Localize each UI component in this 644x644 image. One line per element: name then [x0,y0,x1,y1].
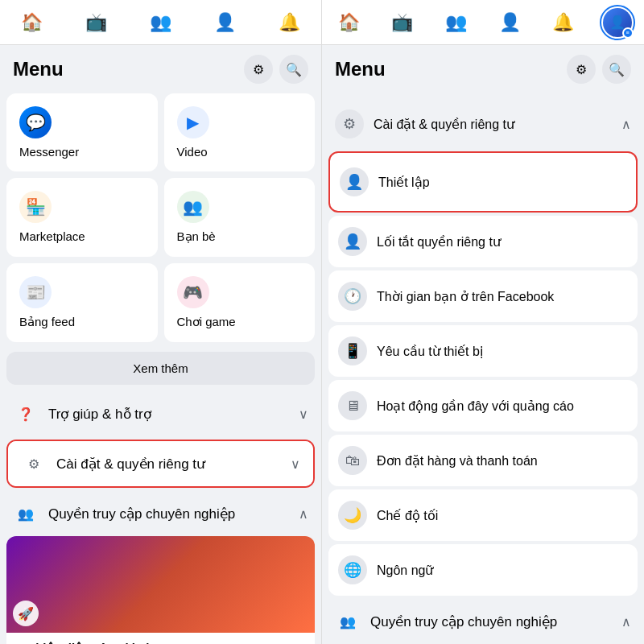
left-panel: Menu ⚙ 🔍 💬 Messenger ▶ Video 🏪 Marketpla… [0,45,322,644]
pro-card-badge-icon: 🚀 [13,601,39,626]
nav-friends-right[interactable]: 👥 [439,5,474,40]
right-menu-title: Menu [335,58,386,80]
help-icon: ❓ [13,401,39,427]
top-navigation: 🏠 📺 👥 👤 🔔 🏠 📺 👥 👤 🔔 👤 ≡ [0,0,644,45]
friends-label: Bạn bè [177,229,216,244]
settings-gear-icon: ⚙ [21,451,47,477]
right-settings-privacy-chevron-icon: ∧ [621,117,631,132]
ad-activity-item[interactable]: 🖥 Hoạt động gần đây với quảng cáo [328,380,638,431]
grid-item-messenger[interactable]: 💬 Messenger [6,93,158,171]
language-icon: 🌐 [338,555,367,584]
orders-label: Đơn đặt hàng và thanh toán [377,453,628,469]
right-menu-header: Menu ⚙ 🔍 [322,45,644,93]
marketplace-icon: 🏪 [19,191,52,223]
nav-bell-right[interactable]: 🔔 [546,5,581,40]
privacy-shortcut-item[interactable]: 👤 Lối tắt quyền riêng tư [328,216,638,267]
dark-mode-label: Chế độ tối [377,508,628,523]
avatar: 👤 ≡ [603,8,632,37]
pro-card-title: Sự hiện diện công khai [16,641,305,644]
help-label: Trợ giúp & hỗ trợ [48,406,289,423]
nav-left-half: 🏠 📺 👥 👤 🔔 [0,0,322,44]
right-settings-privacy-header[interactable]: ⚙ Cài đặt & quyền riêng tư ∧ [328,100,638,148]
left-menu-header: Menu ⚙ 🔍 [0,45,321,93]
grid-item-games[interactable]: 🎮 Chơi game [164,263,316,342]
right-menu-actions: ⚙ 🔍 [567,55,631,84]
orders-icon: 🛍 [338,446,367,475]
help-section-header[interactable]: ❓ Trợ giúp & hỗ trợ ∨ [0,391,321,436]
pro-access-header[interactable]: 👥 Quyền truy cập chuyên nghiệp ∧ [6,491,315,536]
grid-item-feed[interactable]: 📰 Bảng feed [6,263,158,342]
ad-activity-icon: 🖥 [338,391,367,420]
pro-access-chevron-icon: ∧ [299,506,308,522]
right-pro-access-icon: 👥 [335,609,361,634]
grid-item-marketplace[interactable]: 🏪 Marketplace [6,178,158,257]
thiet-lap-item[interactable]: 👤 Thiết lập [330,156,636,208]
marketplace-label: Marketplace [19,229,85,243]
see-more-button[interactable]: Xem thêm [6,352,315,385]
nav-home-left[interactable]: 🏠 [14,5,50,40]
nav-right-half: 🏠 📺 👥 👤 🔔 👤 ≡ [322,0,644,44]
nav-friends-left[interactable]: 👥 [142,5,178,40]
games-icon: 🎮 [177,276,209,308]
nav-avatar-right[interactable]: 👤 ≡ [600,5,635,40]
left-menu-title: Menu [13,58,64,80]
nav-home-right[interactable]: 🏠 [331,5,366,40]
messenger-icon: 💬 [19,106,52,138]
nav-video-right[interactable]: 📺 [385,5,420,40]
time-on-fb-item[interactable]: 🕐 Thời gian bạn ở trên Facebook [328,270,638,322]
settings-section-highlighted: ⚙ Cài đặt & quyền riêng tư ∨ [6,440,315,488]
nav-profile-left[interactable]: 👤 [207,5,242,40]
menu-grid: 💬 Messenger ▶ Video 🏪 Marketplace 👥 Bạn … [0,93,321,349]
dark-mode-icon: 🌙 [338,501,367,530]
language-label: Ngôn ngữ [377,563,628,578]
device-request-label: Yêu cầu từ thiết bị [377,344,628,359]
nav-video-left[interactable]: 📺 [79,5,114,40]
thiet-lap-icon: 👤 [340,167,369,196]
right-settings-button[interactable]: ⚙ [567,55,596,84]
right-settings-privacy-label: Cài đặt & quyền riêng tư [374,117,612,132]
messenger-label: Messenger [19,145,79,159]
dark-mode-item[interactable]: 🌙 Chế độ tối [328,489,638,541]
pro-access-section: 👥 Quyền truy cập chuyên nghiệp ∧ 🚀 Sự hi… [0,491,321,644]
language-item[interactable]: 🌐 Ngôn ngữ [328,544,638,596]
orders-item[interactable]: 🛍 Đơn đặt hàng và thanh toán [328,435,638,486]
help-chevron-icon: ∨ [299,407,308,422]
right-pro-access-label: Quyền truy cập chuyên nghiệp [370,613,612,630]
right-settings-gear-icon: ⚙ [335,109,364,138]
left-menu-actions: ⚙ 🔍 [244,55,308,84]
grid-item-friends[interactable]: 👥 Bạn bè [164,178,316,257]
right-search-button[interactable]: 🔍 [602,55,631,84]
right-pro-access-header[interactable]: 👥 Quyền truy cập chuyên nghiệp ∧ [328,599,638,644]
feed-icon: 📰 [19,276,52,308]
settings-button[interactable]: ⚙ [244,55,273,84]
main-content: Menu ⚙ 🔍 💬 Messenger ▶ Video 🏪 Marketpla… [0,45,644,644]
video-icon: ▶ [177,106,209,138]
video-label: Video [177,145,208,159]
settings-section-header[interactable]: ⚙ Cài đặt & quyền riêng tư ∨ [8,441,313,486]
nav-profile-right[interactable]: 👤 [492,5,527,40]
privacy-shortcut-icon: 👤 [338,227,367,256]
ad-activity-label: Hoạt động gần đây với quảng cáo [377,398,628,414]
pro-card-image: 🚀 [6,536,315,633]
right-settings-section: ⚙ Cài đặt & quyền riêng tư ∧ 👤 Thiết lập… [322,93,644,644]
thiet-lap-highlighted: 👤 Thiết lập [328,151,638,213]
search-button[interactable]: 🔍 [279,55,308,84]
nav-bell-left[interactable]: 🔔 [271,5,307,40]
feed-label: Bảng feed [19,315,75,329]
pro-card-info: Sự hiện diện công khai Nhận các công cụ … [6,633,315,644]
friends-icon: 👥 [177,191,209,223]
pro-access-label: Quyền truy cập chuyên nghiệp [48,506,289,522]
settings-chevron-icon: ∨ [291,456,300,472]
avatar-badge: ≡ [622,27,634,39]
thiet-lap-label: Thiết lập [378,175,626,190]
time-on-fb-icon: 🕐 [338,282,367,311]
privacy-shortcut-label: Lối tắt quyền riêng tư [377,234,628,250]
right-pro-access-chevron-icon: ∧ [621,614,631,630]
grid-item-video[interactable]: ▶ Video [164,93,316,171]
settings-section-label: Cài đặt & quyền riêng tư [56,456,281,473]
right-panel: Menu ⚙ 🔍 ⚙ Cài đặt & quyền riêng tư ∧ 👤 … [322,45,644,644]
pro-access-card[interactable]: 🚀 Sự hiện diện công khai Nhận các công c… [6,536,315,644]
games-label: Chơi game [177,315,236,329]
device-request-icon: 📱 [338,336,367,365]
device-request-item[interactable]: 📱 Yêu cầu từ thiết bị [328,325,638,377]
